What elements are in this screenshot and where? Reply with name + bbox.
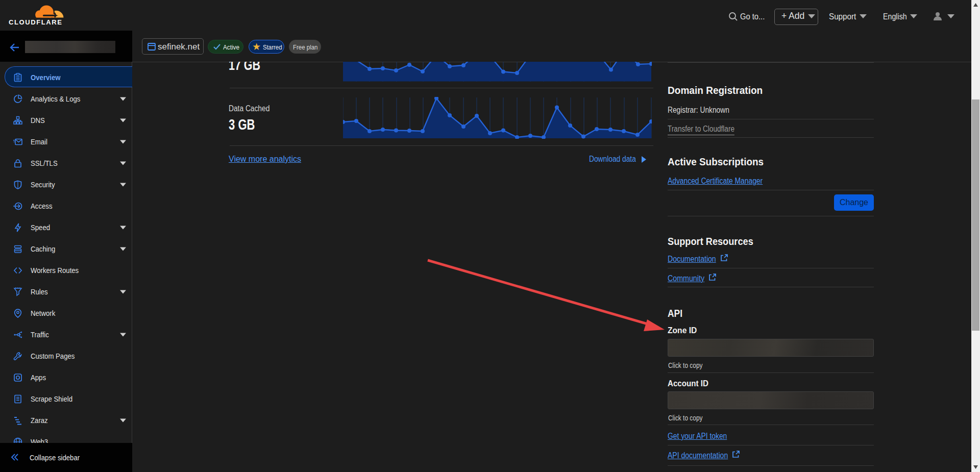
svg-text:CLOUDFLARE: CLOUDFLARE	[9, 18, 63, 26]
